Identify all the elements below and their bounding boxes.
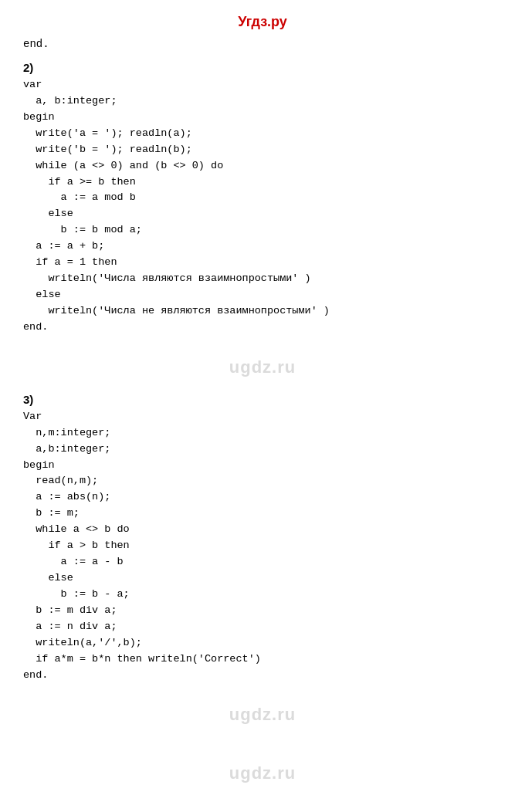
section-3: 3) Var n,m:integer; a,b:integer; begin r… <box>23 393 502 684</box>
section-2: 2) var a, b:integer; begin write('a = ')… <box>23 61 502 336</box>
content: end. 2) var a, b:integer; begin write('a… <box>0 38 525 791</box>
section-2-code: var a, b:integer; begin write('a = '); r… <box>23 77 502 336</box>
page: Угдз.ру end. 2) var a, b:integer; begin … <box>0 0 525 812</box>
end-top: end. <box>23 38 502 50</box>
site-title: Угдз.ру <box>0 8 525 38</box>
watermark-1: ugdz.ru <box>23 350 502 385</box>
section-3-number: 3) <box>23 393 502 406</box>
watermark-3: ugdz.ru <box>23 756 502 791</box>
watermark-2: ugdz.ru <box>23 697 502 732</box>
section-2-number: 2) <box>23 61 502 74</box>
section-3-code: Var n,m:integer; a,b:integer; begin read… <box>23 409 502 684</box>
